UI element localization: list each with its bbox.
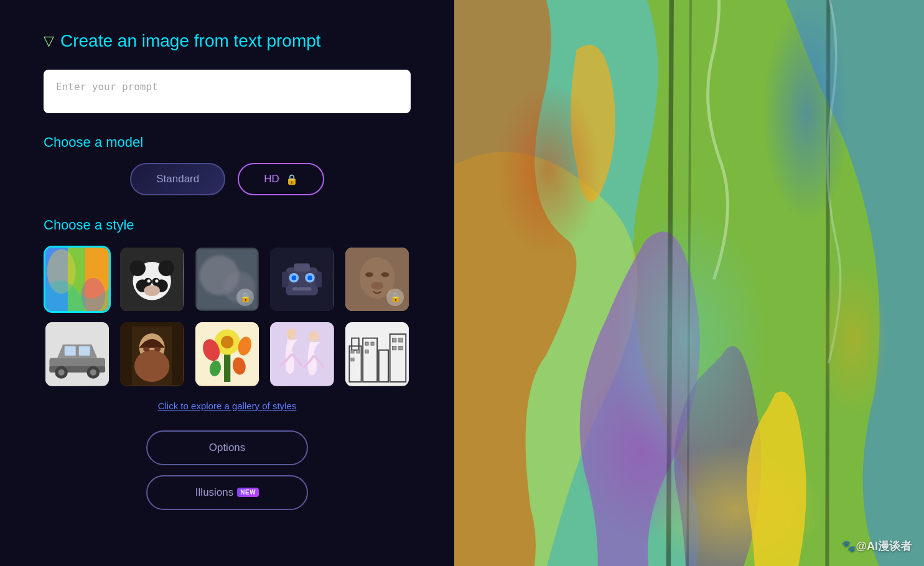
style-ballet[interactable] — [268, 320, 335, 387]
style-car[interactable] — [44, 320, 111, 387]
svg-rect-73 — [398, 338, 402, 342]
svg-rect-42 — [79, 346, 90, 356]
options-button[interactable]: Options — [146, 430, 308, 465]
svg-rect-50 — [224, 355, 230, 383]
gallery-link-container: Click to explore a gallery of styles — [44, 401, 411, 412]
style-section-label: Choose a style — [44, 217, 411, 233]
action-buttons: Options Illusions NEW — [44, 430, 411, 510]
svg-rect-26 — [292, 287, 312, 290]
svg-point-11 — [144, 285, 161, 296]
style-colorful[interactable] — [44, 246, 111, 313]
svg-rect-21 — [294, 264, 310, 272]
model-buttons: Standard HD 🔒 — [44, 163, 411, 195]
blur-lock-icon: 🔒 — [236, 289, 254, 306]
svg-point-59 — [309, 331, 319, 342]
svg-point-7 — [130, 260, 146, 276]
style-blur[interactable]: 🔒 — [194, 246, 261, 313]
svg-point-58 — [287, 329, 296, 340]
svg-line-78 — [687, 0, 691, 566]
svg-rect-74 — [392, 346, 396, 350]
style-portrait[interactable] — [118, 320, 185, 387]
svg-rect-70 — [371, 342, 374, 345]
prompt-input[interactable] — [44, 70, 411, 113]
page-title: ▽ Create an image from text prompt — [44, 31, 411, 51]
hd-model-button[interactable]: HD 🔒 — [238, 163, 324, 195]
svg-line-79 — [827, 0, 828, 566]
svg-rect-75 — [398, 346, 402, 350]
style-panda[interactable] — [118, 246, 185, 313]
svg-point-46 — [134, 350, 169, 382]
svg-point-8 — [159, 260, 175, 276]
illusions-label: Illusions — [195, 486, 233, 499]
svg-rect-67 — [351, 358, 354, 361]
title-icon: ▽ — [44, 33, 54, 49]
svg-point-15 — [156, 279, 159, 282]
svg-point-25 — [307, 276, 312, 281]
new-badge: NEW — [237, 488, 259, 497]
svg-rect-27 — [282, 271, 288, 287]
gallery-link[interactable]: Click to explore a gallery of styles — [158, 401, 297, 411]
svg-point-47 — [144, 347, 150, 352]
style-flowers[interactable] — [194, 320, 261, 387]
style-grid: 🔒 — [44, 246, 411, 388]
svg-point-52 — [221, 336, 233, 348]
svg-rect-66 — [351, 350, 354, 353]
svg-line-77 — [668, 0, 672, 566]
illusions-button[interactable]: Illusions NEW — [146, 475, 308, 510]
svg-point-40 — [90, 369, 96, 376]
svg-rect-68 — [357, 350, 360, 353]
generated-image: 🐾@AI漫谈者 — [454, 0, 924, 566]
svg-point-14 — [147, 279, 151, 282]
style-sketch[interactable] — [343, 320, 411, 387]
svg-rect-20 — [286, 267, 318, 295]
standard-model-button[interactable]: Standard — [130, 163, 225, 195]
svg-point-24 — [292, 276, 297, 281]
style-face[interactable]: 🔒 — [343, 246, 411, 313]
svg-rect-72 — [392, 338, 396, 342]
svg-rect-28 — [315, 271, 322, 287]
svg-point-48 — [154, 347, 161, 352]
right-panel: 🐾@AI漫谈者 — [454, 0, 924, 566]
face-lock-icon: 🔒 — [386, 289, 404, 306]
svg-rect-69 — [365, 342, 368, 345]
svg-rect-71 — [365, 350, 368, 353]
svg-rect-76 — [454, 0, 924, 566]
hd-lock-icon: 🔒 — [286, 174, 298, 185]
style-robot[interactable] — [268, 246, 335, 313]
svg-point-38 — [58, 369, 64, 376]
svg-rect-57 — [270, 322, 334, 386]
watermark: 🐾@AI漫谈者 — [842, 539, 912, 554]
hd-label: HD — [264, 173, 279, 185]
svg-rect-41 — [65, 346, 76, 356]
model-section-label: Choose a model — [44, 134, 411, 151]
